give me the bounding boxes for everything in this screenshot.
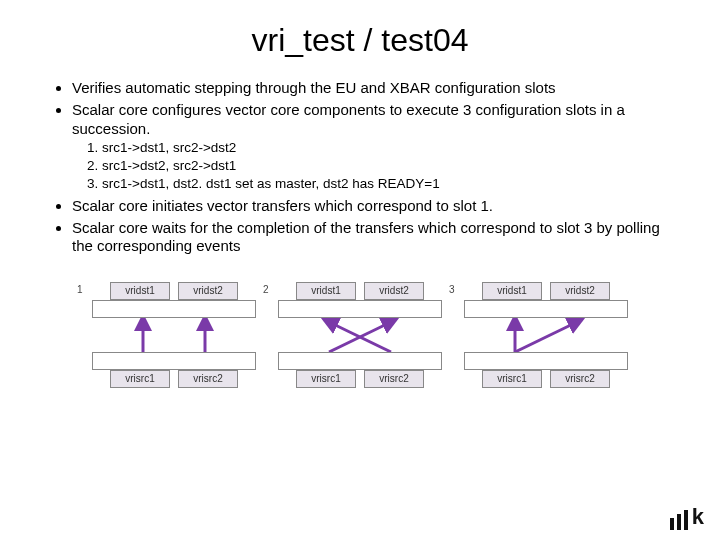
dst-box: vridst1 [482,282,542,300]
logo-text: k [692,504,702,530]
bus-box [92,300,256,318]
src-box: vrisrc1 [110,370,170,388]
slot-label: 2 [263,284,269,295]
diagram-area: 1 vridst1 vridst2 vrisrc1 vrisrc2 2 [50,282,670,388]
slide-title: vri_test / test04 [50,22,670,59]
arrows-fanout [465,318,627,352]
src-box: vrisrc2 [550,370,610,388]
config-slot-1: 1 vridst1 vridst2 vrisrc1 vrisrc2 [89,282,259,388]
bus-box [92,352,256,370]
bullet-item: Scalar core configures vector core compo… [72,101,670,193]
sub-item: src1->dst1, dst2. dst1 set as master, ds… [102,176,670,193]
bus-box [278,300,442,318]
logo-bars-icon [670,510,688,530]
slot-label: 1 [77,284,83,295]
bullet-item: Scalar core initiates vector transfers w… [72,197,670,216]
bus-box [464,300,628,318]
src-box: vrisrc1 [296,370,356,388]
dst-box: vridst1 [110,282,170,300]
sub-list: src1->dst1, src2->dst2 src1->dst2, src2-… [82,140,670,193]
sub-item: src1->dst2, src2->dst1 [102,158,670,175]
bullet-item: Scalar core waits for the completion of … [72,219,670,257]
config-slot-2: 2 vridst1 vridst2 vrisrc1 vrisrc2 [275,282,445,388]
slot-label: 3 [449,284,455,295]
arrows-cross [279,318,441,352]
bullet-item: Verifies automatic stepping through the … [72,79,670,98]
src-box: vrisrc2 [364,370,424,388]
arrows-parallel [93,318,255,352]
dst-box: vridst1 [296,282,356,300]
bullet-list: Verifies automatic stepping through the … [50,79,670,256]
src-box: vrisrc2 [178,370,238,388]
dst-box: vridst2 [364,282,424,300]
bus-box [278,352,442,370]
logo: k [670,504,702,530]
svg-line-5 [515,322,577,352]
src-box: vrisrc1 [482,370,542,388]
sub-item: src1->dst1, src2->dst2 [102,140,670,157]
config-slot-3: 3 vridst1 vridst2 vrisrc1 vrisrc2 [461,282,631,388]
bus-box [464,352,628,370]
dst-box: vridst2 [178,282,238,300]
dst-box: vridst2 [550,282,610,300]
